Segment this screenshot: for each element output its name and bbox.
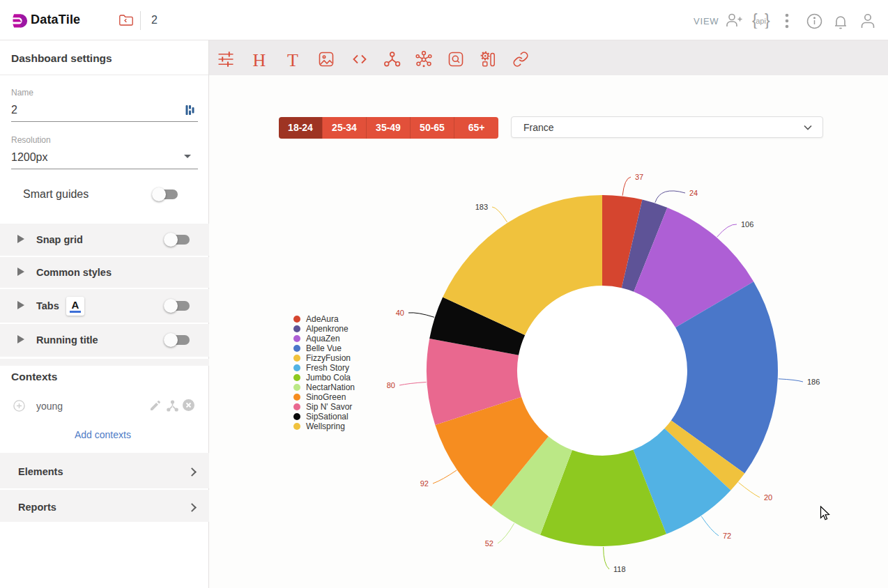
svg-text:80: 80 [387, 381, 395, 389]
svg-text:106: 106 [741, 220, 753, 229]
svg-text:52: 52 [485, 539, 493, 548]
svg-text:37: 37 [635, 173, 643, 181]
svg-text:92: 92 [420, 479, 429, 488]
svg-text:H: H [253, 51, 266, 68]
svg-text:api: api [756, 17, 766, 25]
svg-text:72: 72 [723, 532, 731, 540]
svg-text:186: 186 [807, 378, 820, 386]
svg-text:24: 24 [689, 189, 698, 197]
svg-text:40: 40 [396, 309, 404, 317]
svg-text:118: 118 [613, 565, 626, 573]
svg-text:183: 183 [475, 203, 488, 211]
svg-text:20: 20 [764, 493, 772, 502]
svg-text:T: T [287, 51, 298, 68]
